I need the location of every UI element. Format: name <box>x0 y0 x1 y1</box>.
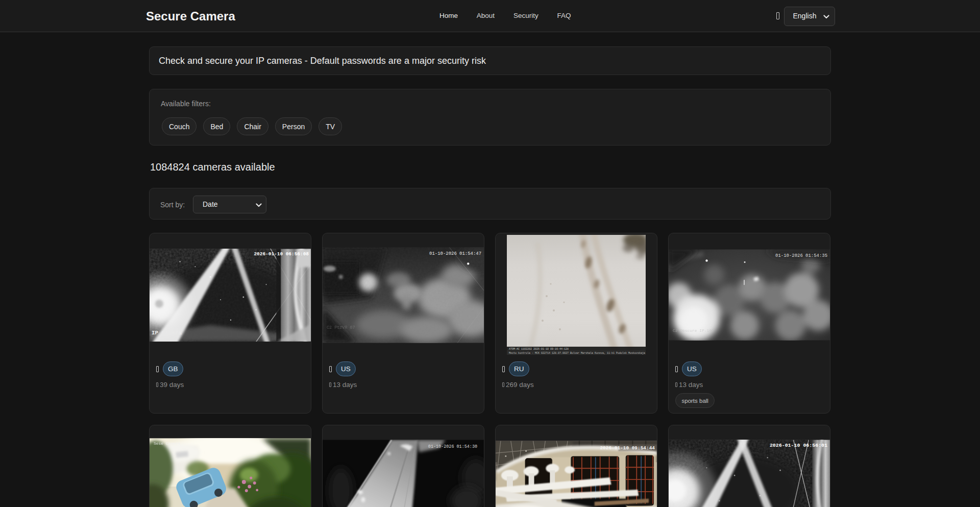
svg-text:C2 Obscure IP-102: C2 Obscure IP-102 <box>673 328 714 333</box>
svg-text:Mecto kontrola - MCK 022714 12: Mecto kontrola - MCK 022714 128.07.0027 … <box>509 352 646 355</box>
svg-text:2026-01-10 09:54:44: 2026-01-10 09:54:44 <box>600 445 655 451</box>
svg-text:01-10-2026 01:54:30: 01-10-2026 01:54:30 <box>428 444 477 449</box>
svg-text:2026-01-10 06:56:08: 2026-01-10 06:56:08 <box>254 251 309 257</box>
svg-text:C2 PtzVR 07: C2 PtzVR 07 <box>327 325 355 330</box>
svg-text:01-10-2026 01:54:35: 01-10-2026 01:54:35 <box>775 253 827 258</box>
svg-text:ATOM-AC 1102202 2026-01-10 09: ATOM-AC 1102202 2026-01-10 09:16:44:128 <box>509 348 569 351</box>
svg-text:01-10-2026 01:54:47: 01-10-2026 01:54:47 <box>429 251 481 256</box>
svg-text:IP Camera: IP Camera <box>152 329 182 335</box>
svg-text:2026-01-10 06:56:01: 2026-01-10 06:56:01 <box>770 443 827 448</box>
svg-text:Sese Camera: Sese Camera <box>154 441 181 446</box>
